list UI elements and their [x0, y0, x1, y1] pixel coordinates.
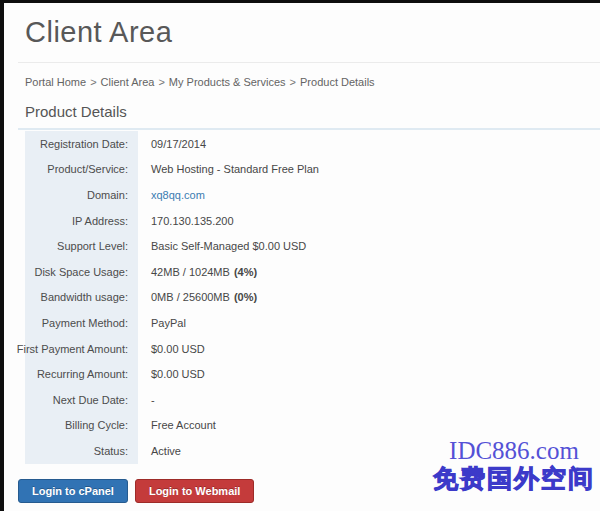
product-details-table: Registration Date: 09/17/2014 Product/Se…: [25, 131, 600, 464]
field-value-text: Web Hosting - Standard Free Plan: [151, 163, 319, 175]
field-label: Product/Service:: [25, 157, 138, 183]
login-to-cpanel-button[interactable]: Login to cPanel: [18, 479, 128, 503]
breadcrumb-separator: >: [90, 76, 96, 88]
field-value: PayPal: [138, 317, 186, 329]
domain-link[interactable]: xq8qq.com: [151, 189, 205, 201]
field-value-text: $0.00 USD: [151, 343, 205, 355]
field-value-percent: (4%): [234, 266, 257, 278]
breadcrumb-link-portal-home[interactable]: Portal Home: [25, 76, 86, 88]
table-row-bandwidth-usage: Bandwidth usage: 0MB / 25600MB(0%): [25, 285, 600, 311]
field-label: IP Address:: [25, 208, 138, 234]
field-value: xq8qq.com: [138, 189, 205, 201]
table-row-product-service: Product/Service: Web Hosting - Standard …: [25, 157, 600, 183]
field-value-text: 42MB / 1024MB: [151, 266, 230, 278]
field-value: Active: [138, 445, 181, 457]
table-row-disk-space-usage: Disk Space Usage: 42MB / 1024MB(4%): [25, 259, 600, 285]
field-label: Next Due Date:: [25, 387, 138, 413]
breadcrumb-link-client-area[interactable]: Client Area: [101, 76, 155, 88]
table-row-status: Status: Active: [25, 438, 600, 464]
field-value-text: 0MB / 25600MB: [151, 291, 230, 303]
table-row-ip-address: IP Address: 170.130.135.200: [25, 208, 600, 234]
field-value-text: -: [151, 394, 155, 406]
field-value-text: PayPal: [151, 317, 186, 329]
field-value-percent: (0%): [234, 291, 257, 303]
field-value: Free Account: [138, 419, 216, 431]
breadcrumb-current-product-details: Product Details: [300, 76, 375, 88]
field-value: 09/17/2014: [138, 138, 206, 150]
field-label: Status:: [25, 438, 138, 464]
breadcrumb-separator: >: [158, 76, 164, 88]
breadcrumb-link-my-products-services[interactable]: My Products & Services: [169, 76, 286, 88]
field-value-text: $0.00 USD: [151, 368, 205, 380]
field-label: Payment Method:: [25, 310, 138, 336]
field-value: $0.00 USD: [138, 343, 205, 355]
table-row-recurring-amount: Recurring Amount: $0.00 USD: [25, 361, 600, 387]
field-value-text: 09/17/2014: [151, 138, 206, 150]
table-row-next-due-date: Next Due Date: -: [25, 387, 600, 413]
field-label: Registration Date:: [25, 131, 138, 157]
field-label: Recurring Amount:: [25, 361, 138, 387]
table-row-registration-date: Registration Date: 09/17/2014: [25, 131, 600, 157]
action-button-bar: Login to cPanel Login to Webmail: [18, 479, 254, 503]
field-label: Billing Cycle:: [25, 413, 138, 439]
table-row-support-level: Support Level: Basic Self-Managed $0.00 …: [25, 233, 600, 259]
table-row-first-payment-amount: First Payment Amount: $0.00 USD: [25, 336, 600, 362]
watermark-chinese-text: 免费国外空间: [433, 465, 595, 494]
table-row-payment-method: Payment Method: PayPal: [25, 310, 600, 336]
breadcrumb-separator: >: [290, 76, 296, 88]
field-label: Support Level:: [25, 233, 138, 259]
breadcrumb: Portal Home>Client Area>My Products & Se…: [25, 76, 375, 88]
page-title: Client Area: [25, 16, 172, 49]
field-label: Bandwidth usage:: [25, 285, 138, 311]
field-value: -: [138, 394, 155, 406]
field-value-text: Free Account: [151, 419, 216, 431]
login-to-webmail-button[interactable]: Login to Webmail: [135, 479, 254, 503]
field-value: 0MB / 25600MB(0%): [138, 291, 257, 303]
window-edge-left: [0, 0, 4, 511]
field-value: Web Hosting - Standard Free Plan: [138, 163, 319, 175]
field-label: Disk Space Usage:: [25, 259, 138, 285]
table-row-domain: Domain: xq8qq.com: [25, 182, 600, 208]
field-label: First Payment Amount:: [25, 336, 138, 362]
status-value: Active: [151, 445, 181, 457]
table-row-billing-cycle: Billing Cycle: Free Account: [25, 413, 600, 439]
field-value: Basic Self-Managed $0.00 USD: [138, 240, 306, 252]
section-title: Product Details: [18, 103, 600, 130]
field-label: Domain:: [25, 182, 138, 208]
field-value-text: Basic Self-Managed $0.00 USD: [151, 240, 306, 252]
field-value-text: 170.130.135.200: [151, 215, 234, 227]
field-value: 170.130.135.200: [138, 215, 234, 227]
header-divider: [18, 62, 600, 63]
field-value: 42MB / 1024MB(4%): [138, 266, 257, 278]
window-edge-top: [0, 0, 600, 3]
field-value: $0.00 USD: [138, 368, 205, 380]
